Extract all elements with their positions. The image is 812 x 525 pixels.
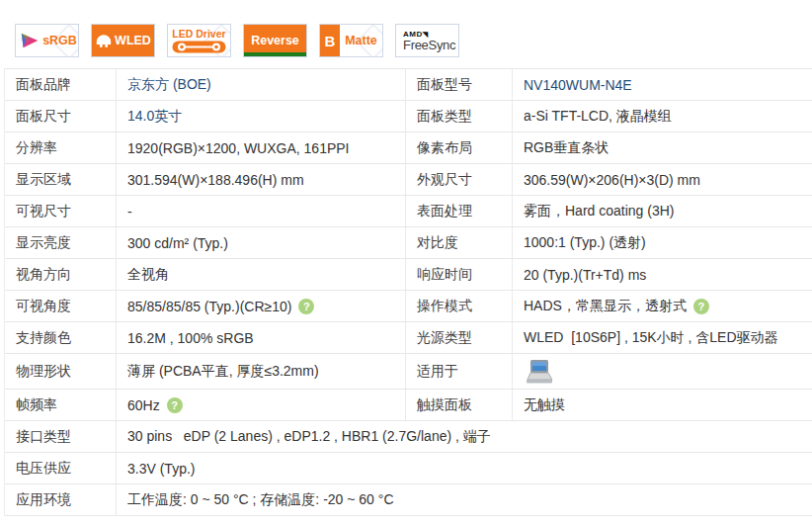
matte-b-icon: B <box>320 25 340 56</box>
spec-label: 对比度 <box>406 227 513 258</box>
model-link[interactable]: NV140WUM-N4E <box>524 77 632 93</box>
spec-value: 16.2M , 100% sRGB <box>117 322 406 353</box>
table-row: 显示区域 301.594(W)×188.496(H) mm 外观尺寸 306.5… <box>5 164 812 196</box>
badge-led-driver: LED Driver <box>167 24 231 57</box>
spec-label: 应用环境 <box>5 484 117 515</box>
help-icon[interactable]: ? <box>167 397 183 413</box>
spec-label: 响应时间 <box>406 259 513 290</box>
spec-value: 薄屏 (PCBA平直, 厚度≤3.2mm) <box>117 354 406 389</box>
badge-reverse: Reverse <box>243 24 307 57</box>
spec-label: 显示区域 <box>5 164 117 195</box>
spec-label: 操作模式 <box>406 291 513 321</box>
table-row: 可视尺寸 - 表面处理 雾面，Hard coating (3H) <box>5 196 812 227</box>
spec-label: 显示亮度 <box>5 227 117 258</box>
amd-arrow-icon: ◥ <box>423 31 429 38</box>
spec-label: 可视尺寸 <box>5 196 117 226</box>
spec-value: 1920(RGB)×1200, WUXGA, 161PPI <box>117 132 406 163</box>
spec-label: 接口类型 <box>5 421 117 452</box>
spec-label: 面板品牌 <box>5 69 117 100</box>
spec-label: 光源类型 <box>406 322 513 353</box>
badge-amd-freesync: AMD◥ FreeSync <box>395 24 459 57</box>
badge-srgb: sRGB <box>15 24 79 57</box>
brand-link[interactable]: 京东方 (BOE) <box>127 76 211 94</box>
badge-freesync-label: FreeSync <box>403 39 455 52</box>
spec-value: 雾面，Hard coating (3H) <box>513 196 812 226</box>
spec-value: 301.594(W)×188.496(H) mm <box>117 164 406 195</box>
spec-value: 工作温度: 0 ~ 50 °C ; 存储温度: -20 ~ 60 °C <box>117 484 812 515</box>
size-link[interactable]: 14.0英寸 <box>127 108 182 126</box>
spec-value: RGB垂直条状 <box>513 132 812 163</box>
laptop-icon <box>524 359 555 385</box>
table-row: 支持颜色 16.2M , 100% sRGB 光源类型 WLED [10S6P]… <box>5 322 812 354</box>
spec-label: 像素布局 <box>406 132 513 163</box>
help-icon[interactable]: ? <box>298 299 314 314</box>
spec-value: 85/85/85/85 (Typ.)(CR≥10)? <box>117 291 406 321</box>
led-driver-bar-icon <box>172 41 226 53</box>
table-row: 视角方向 全视角 响应时间 20 (Typ.)(Tr+Td) ms <box>5 259 812 291</box>
spec-value <box>513 354 812 389</box>
table-row: 面板尺寸 14.0英寸 面板类型 a-Si TFT-LCD, 液晶模组 <box>5 101 812 132</box>
spec-value: a-Si TFT-LCD, 液晶模组 <box>513 101 812 131</box>
spec-label: 面板尺寸 <box>5 101 117 131</box>
badge-wled-label: WLED <box>115 34 151 47</box>
table-row: 帧频率 60Hz? 触摸面板 无触摸 <box>5 390 812 421</box>
spec-value: - <box>117 196 406 226</box>
table-row: 电压供应 3.3V (Typ.) <box>5 453 812 484</box>
help-icon[interactable]: ? <box>693 299 709 314</box>
table-row: 物理形状 薄屏 (PCBA平直, 厚度≤3.2mm) 适用于 <box>5 354 812 390</box>
spec-value: 14.0英寸 <box>117 101 406 131</box>
spec-value: 1000:1 (Typ.) (透射) <box>513 227 812 258</box>
badge-matte: B Matte <box>319 24 383 57</box>
spec-value: 京东方 (BOE) <box>117 69 406 100</box>
table-row: 显示亮度 300 cd/m² (Typ.) 对比度 1000:1 (Typ.) … <box>5 227 812 259</box>
spec-label: 适用于 <box>406 354 513 389</box>
spec-label: 面板型号 <box>406 69 513 100</box>
spec-value: 306.59(W)×206(H)×3(D) mm <box>513 164 812 195</box>
feature-badges: sRGB WLED LED Driver Reverse B Matte AMD… <box>15 24 459 57</box>
spec-label: 可视角度 <box>5 291 117 321</box>
spec-label: 外观尺寸 <box>406 164 513 195</box>
table-row: 面板品牌 京东方 (BOE) 面板型号 NV140WUM-N4E <box>5 69 812 101</box>
spec-label: 分辨率 <box>5 132 117 163</box>
badge-matte-label: Matte <box>340 34 382 47</box>
spec-value: 全视角 <box>117 259 406 290</box>
spec-label: 支持颜色 <box>5 322 117 353</box>
spec-label: 视角方向 <box>5 259 117 290</box>
panel-spec-table: 面板品牌 京东方 (BOE) 面板型号 NV140WUM-N4E 面板尺寸 14… <box>4 68 812 516</box>
spec-value: 30 pins eDP (2 Lanes) , eDP1.2 , HBR1 (2… <box>117 421 812 452</box>
table-row: 应用环境 工作温度: 0 ~ 50 °C ; 存储温度: -20 ~ 60 °C <box>5 484 812 516</box>
table-row: 接口类型 30 pins eDP (2 Lanes) , eDP1.2 , HB… <box>5 421 812 453</box>
badge-wled: WLED <box>91 24 155 57</box>
spec-label: 触摸面板 <box>406 390 513 420</box>
spec-value: 60Hz? <box>117 390 406 420</box>
spec-label: 面板类型 <box>406 101 513 131</box>
led-lamp-icon <box>95 33 113 49</box>
spec-value: WLED [10S6P] , 15K小时 , 含LED驱动器 <box>513 322 812 353</box>
spec-value: NV140WUM-N4E <box>513 69 812 100</box>
badge-reverse-label: Reverse <box>251 34 299 47</box>
spec-label: 电压供应 <box>5 453 117 483</box>
spec-value: 300 cd/m² (Typ.) <box>117 227 406 258</box>
reverse-underline <box>244 52 306 56</box>
badge-srgb-label: sRGB <box>42 34 77 47</box>
color-gamut-icon <box>19 30 41 51</box>
table-row: 分辨率 1920(RGB)×1200, WUXGA, 161PPI 像素布局 R… <box>5 132 812 164</box>
spec-label: 表面处理 <box>406 196 513 226</box>
spec-value: 无触摸 <box>513 390 812 420</box>
table-row: 可视角度 85/85/85/85 (Typ.)(CR≥10)? 操作模式 HAD… <box>5 291 812 322</box>
spec-value: 20 (Typ.)(Tr+Td) ms <box>513 259 812 290</box>
spec-label: 帧频率 <box>5 390 117 420</box>
spec-label: 物理形状 <box>5 354 117 389</box>
spec-value: HADS，常黑显示，透射式? <box>513 291 812 321</box>
badge-led-driver-label: LED Driver <box>172 29 225 40</box>
spec-value: 3.3V (Typ.) <box>117 453 812 483</box>
